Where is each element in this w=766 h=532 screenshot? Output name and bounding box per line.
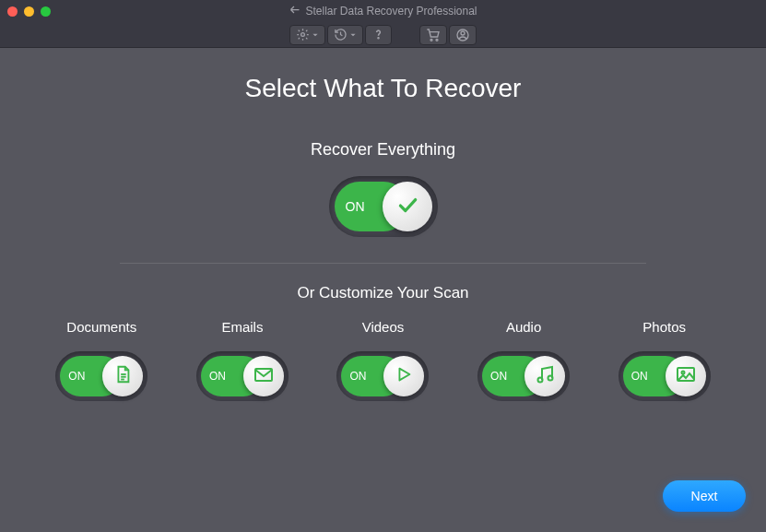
question-icon [371, 28, 385, 41]
svg-point-3 [436, 39, 438, 41]
cart-button[interactable] [419, 25, 447, 45]
category-emails: Emails ON [196, 319, 289, 401]
emails-toggle[interactable]: ON [196, 351, 289, 401]
minimize-window-button[interactable] [24, 6, 34, 17]
next-button[interactable]: Next [663, 480, 746, 512]
svg-point-0 [301, 33, 305, 37]
category-videos: Videos ON [336, 319, 429, 401]
divider [120, 263, 646, 264]
svg-point-1 [378, 38, 379, 39]
documents-toggle[interactable]: ON [55, 351, 147, 401]
audio-toggle[interactable]: ON [477, 351, 570, 401]
customize-heading: Or Customize Your Scan [0, 284, 766, 302]
back-arrow-icon [289, 5, 300, 18]
photos-toggle[interactable]: ON [619, 351, 711, 401]
svg-point-5 [461, 31, 465, 35]
toolbar [0, 22, 766, 48]
category-documents: Documents ON [55, 319, 147, 401]
toggle-knob [666, 356, 706, 396]
history-icon [334, 28, 348, 41]
account-button[interactable] [449, 25, 477, 45]
window-title-area: Stellar Data Recovery Professional [289, 5, 477, 18]
toggle-on-label: ON [349, 370, 366, 383]
toggle-knob [524, 356, 565, 396]
help-button[interactable] [365, 25, 392, 45]
toggle-knob [383, 182, 432, 231]
toggle-on-label: ON [346, 199, 365, 214]
recover-everything-toggle[interactable]: ON [329, 176, 438, 237]
toggle-on-label: ON [209, 370, 226, 383]
toggle-knob [383, 356, 424, 396]
videos-toggle[interactable]: ON [336, 351, 429, 401]
svg-point-12 [548, 376, 553, 381]
toolbar-group-right [419, 25, 477, 45]
music-icon [534, 363, 556, 389]
titlebar: Stellar Data Recovery Professional [0, 0, 766, 22]
page-title: Select What To Recover [0, 74, 766, 103]
window-controls [7, 6, 51, 17]
next-button-label: Next [691, 489, 718, 503]
svg-point-14 [681, 372, 684, 374]
toggle-on-label: ON [631, 370, 648, 383]
check-icon [395, 193, 419, 220]
toggle-on-label: ON [490, 370, 507, 383]
toggle-knob [102, 356, 143, 396]
mail-icon [253, 363, 275, 389]
category-label: Emails [221, 319, 263, 335]
user-icon [455, 28, 470, 42]
toggle-on-label: ON [68, 370, 85, 383]
category-audio: Audio ON [477, 319, 570, 401]
svg-point-2 [430, 39, 432, 41]
recover-everything-heading: Recover Everything [0, 140, 766, 160]
gear-icon [296, 28, 310, 41]
image-icon [675, 363, 697, 389]
cart-icon [426, 28, 441, 42]
toggle-knob [243, 356, 284, 396]
main-content: Select What To Recover Recover Everythin… [0, 48, 766, 401]
settings-button[interactable] [289, 25, 325, 45]
play-icon [394, 364, 414, 388]
svg-marker-10 [400, 369, 410, 381]
category-label: Videos [362, 319, 405, 335]
category-photos: Photos ON [619, 319, 711, 401]
zoom-window-button[interactable] [41, 6, 51, 17]
document-icon [112, 364, 133, 388]
chevron-down-icon [312, 31, 319, 39]
chevron-down-icon [349, 31, 357, 39]
category-label: Audio [506, 319, 541, 335]
history-button[interactable] [327, 25, 363, 45]
svg-point-11 [538, 378, 543, 383]
category-label: Photos [642, 319, 686, 335]
window-title: Stellar Data Recovery Professional [305, 5, 477, 18]
toolbar-group-left [289, 25, 392, 45]
close-window-button[interactable] [7, 6, 18, 17]
category-label: Documents [66, 319, 136, 335]
categories-row: Documents ON Emails ON [0, 319, 766, 401]
